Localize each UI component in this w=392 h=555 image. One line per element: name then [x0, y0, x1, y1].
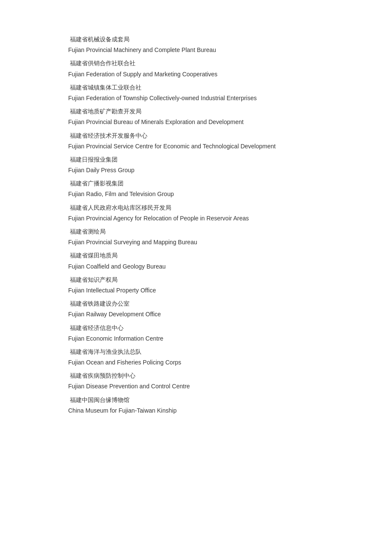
- english-name: Fujian Disease Prevention and Control Ce…: [68, 381, 324, 392]
- chinese-name: 福建省经济信息中心: [68, 323, 324, 333]
- english-name: Fujian Radio, Film and Television Group: [68, 189, 324, 199]
- english-name: China Museum for Fujian-Taiwan Kinship: [68, 405, 324, 416]
- list-item: 福建省测绘局Fujian Provincial Surveying and Ma…: [68, 226, 324, 248]
- list-item: 福建省经济信息中心Fujian Economic Information Cen…: [68, 323, 324, 344]
- entry-list: 福建省机械设备成套局Fujian Provincial Machinery an…: [68, 34, 324, 416]
- english-name: Fujian Provincial Agency for Relocation …: [68, 213, 324, 224]
- chinese-name: 福建中国闽台缘博物馆: [68, 395, 324, 405]
- english-name: Fujian Coalfield and Geology Bureau: [68, 261, 324, 272]
- english-name: Fujian Railway Development Office: [68, 309, 324, 320]
- list-item: 福建省机械设备成套局Fujian Provincial Machinery an…: [68, 34, 324, 55]
- chinese-name: 福建省供销合作社联合社: [68, 58, 324, 69]
- english-name: Fujian Federation of Township Collective…: [68, 93, 324, 104]
- english-name: Fujian Economic Information Centre: [68, 333, 324, 344]
- chinese-name: 福建省广播影视集团: [68, 178, 324, 189]
- list-item: 福建省人民政府水电站库区移民开发局Fujian Provincial Agenc…: [68, 202, 324, 224]
- english-name: Fujian Federation of Supply and Marketin…: [68, 69, 324, 80]
- chinese-name: 福建省机械设备成套局: [68, 34, 324, 45]
- list-item: 福建日报报业集团Fujian Daily Press Group: [68, 154, 324, 176]
- english-name: Fujian Provincial Bureau of Minerals Exp…: [68, 117, 324, 127]
- english-name: Fujian Intellectual Property Office: [68, 285, 324, 296]
- list-item: 福建省城镇集体工业联合社Fujian Federation of Townshi…: [68, 82, 324, 104]
- list-item: 福建省疾病预防控制中心Fujian Disease Prevention and…: [68, 370, 324, 392]
- english-name: Fujian Daily Press Group: [68, 165, 324, 176]
- chinese-name: 福建省疾病预防控制中心: [68, 370, 324, 381]
- chinese-name: 福建日报报业集团: [68, 154, 324, 165]
- list-item: 福建中国闽台缘博物馆China Museum for Fujian-Taiwan…: [68, 395, 324, 416]
- list-item: 福建省知识产权局Fujian Intellectual Property Off…: [68, 275, 324, 296]
- chinese-name: 福建省知识产权局: [68, 275, 324, 285]
- chinese-name: 福建省铁路建设办公室: [68, 298, 324, 309]
- list-item: 福建省煤田地质局Fujian Coalfield and Geology Bur…: [68, 250, 324, 272]
- list-item: 福建省地质矿产勘查开发局Fujian Provincial Bureau of …: [68, 106, 324, 127]
- list-item: 福建省经济技术开发服务中心Fujian Provincial Service C…: [68, 130, 324, 152]
- list-item: 福建省海洋与渔业执法总队Fujian Ocean and Fisheries P…: [68, 347, 324, 368]
- chinese-name: 福建省人民政府水电站库区移民开发局: [68, 202, 324, 213]
- list-item: 福建省铁路建设办公室Fujian Railway Development Off…: [68, 298, 324, 320]
- list-item: 福建省广播影视集团Fujian Radio, Film and Televisi…: [68, 178, 324, 199]
- chinese-name: 福建省城镇集体工业联合社: [68, 82, 324, 93]
- chinese-name: 福建省海洋与渔业执法总队: [68, 347, 324, 357]
- chinese-name: 福建省测绘局: [68, 226, 324, 237]
- chinese-name: 福建省煤田地质局: [68, 250, 324, 261]
- chinese-name: 福建省经济技术开发服务中心: [68, 130, 324, 141]
- list-item: 福建省供销合作社联合社Fujian Federation of Supply a…: [68, 58, 324, 79]
- english-name: Fujian Ocean and Fisheries Policing Corp…: [68, 357, 324, 368]
- english-name: Fujian Provincial Machinery and Complete…: [68, 45, 324, 55]
- english-name: Fujian Provincial Surveying and Mapping …: [68, 237, 324, 248]
- english-name: Fujian Provincial Service Centre for Eco…: [68, 141, 324, 152]
- chinese-name: 福建省地质矿产勘查开发局: [68, 106, 324, 117]
